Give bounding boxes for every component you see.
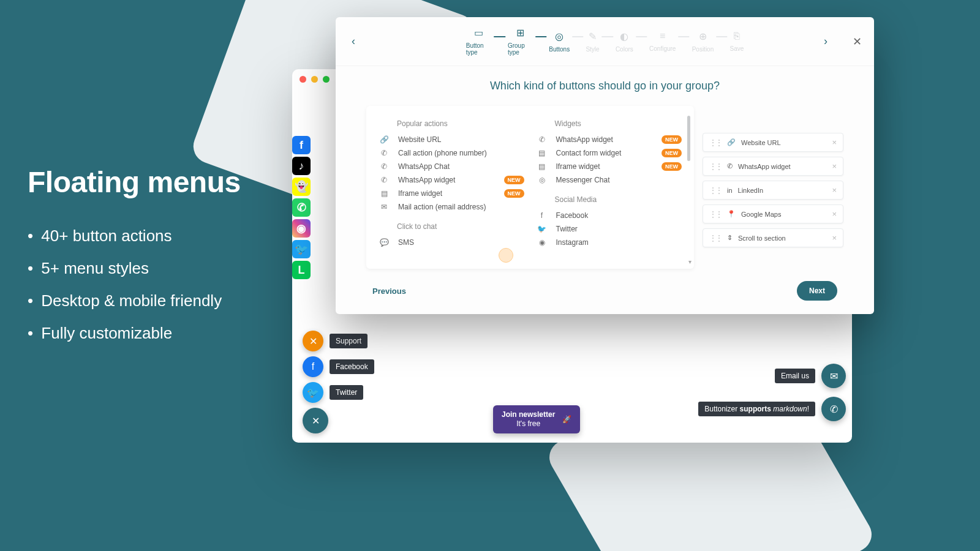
action-label: Facebook [556, 211, 589, 220]
fab-main-toggle[interactable]: ✕ [303, 408, 328, 433]
step-save[interactable]: ⎘Save [729, 31, 744, 52]
action-row[interactable]: 🔗Website URL [379, 133, 524, 146]
action-row[interactable]: fFacebook [537, 209, 682, 222]
selected-icon: 🔗 [727, 138, 736, 146]
fab-twitter[interactable]: 🐦 [303, 382, 323, 403]
actions-panel: ▾ Popular actions🔗Website URL✆Call actio… [366, 106, 694, 269]
fab-label: Facebook [330, 359, 374, 374]
action-row[interactable]: ✆WhatsApp widgetNEW [537, 133, 682, 146]
selected-label: Scroll to section [738, 234, 786, 242]
whatsapp-icon[interactable]: ✆ [292, 198, 311, 217]
step-position[interactable]: ⊕Position [692, 31, 714, 53]
action-label: Website URL [398, 135, 441, 144]
step-buttons[interactable]: ◎Buttons [549, 31, 570, 53]
action-label: WhatsApp Chat [398, 162, 450, 171]
step-button-type[interactable]: ▭Button type [466, 27, 492, 56]
action-row[interactable]: ✆WhatsApp widgetNEW [379, 173, 524, 187]
close-icon[interactable]: ✕ [853, 35, 862, 48]
selected-item[interactable]: ⋮⋮🔗Website URL× [703, 133, 843, 152]
drag-handle-icon[interactable]: ⋮⋮ [709, 162, 722, 171]
marketing-bullet: 40+ button actions [28, 227, 241, 246]
modal-question: Which kind of buttons should go in your … [336, 80, 874, 92]
action-icon: 🔗 [379, 135, 390, 144]
modal-header: ‹ ▭Button type⊞Group type◎Buttons✎Style◐… [336, 17, 874, 66]
drag-handle-icon[interactable]: ⋮⋮ [709, 138, 722, 147]
remove-icon[interactable]: × [832, 233, 837, 242]
snapchat-icon[interactable]: 👻 [292, 178, 311, 196]
wizard-steps: ▭Button type⊞Group type◎Buttons✎Style◐Co… [466, 27, 744, 56]
remove-icon[interactable]: × [832, 186, 837, 195]
previous-button[interactable]: Previous [372, 281, 406, 301]
selected-item[interactable]: ⋮⋮inLinkedIn× [703, 181, 843, 200]
action-icon: ✆ [379, 176, 390, 184]
action-icon: ✆ [537, 135, 548, 144]
line-icon[interactable]: L [292, 261, 311, 279]
section-header: Popular actions [397, 119, 524, 128]
scroll-down-icon[interactable]: ▾ [688, 258, 692, 265]
fab-support[interactable]: ✕ [303, 331, 323, 351]
action-label: Iframe widget [556, 162, 600, 171]
action-row[interactable]: ✆WhatsApp Chat [379, 160, 524, 173]
fab-facebook[interactable]: f [303, 356, 323, 377]
window-max-dot[interactable] [323, 76, 330, 83]
action-icon: ✆ [379, 149, 390, 157]
remove-icon[interactable]: × [832, 209, 837, 219]
social-icon-column: f♪👻✆◉🐦L [292, 136, 311, 279]
action-label: Twitter [556, 225, 578, 233]
step-group-type[interactable]: ⊞Group type [508, 27, 533, 56]
scrollbar-thumb[interactable] [687, 116, 690, 161]
action-label: WhatsApp widget [398, 176, 455, 184]
selected-label: Website URL [741, 139, 781, 146]
action-row[interactable]: ▤Iframe widgetNEW [537, 160, 682, 173]
instagram-icon[interactable]: ◉ [292, 219, 311, 238]
marketing-bullet: 5+ menu styles [28, 259, 241, 278]
remove-icon[interactable]: × [832, 138, 837, 147]
selected-label: WhatsApp widget [738, 163, 791, 170]
window-close-dot[interactable] [300, 76, 306, 83]
rfab-button[interactable]: ✆ [821, 397, 846, 421]
rfab-button[interactable]: ✉ [821, 364, 846, 388]
selected-item[interactable]: ⋮⋮📍Google Maps× [703, 204, 843, 223]
action-icon: ✆ [379, 162, 390, 171]
colors-icon: ◐ [620, 31, 628, 42]
new-badge: NEW [504, 176, 524, 184]
newsletter-button[interactable]: Join newsletter It's free 🚀 [493, 405, 580, 433]
step-style[interactable]: ✎Style [586, 31, 599, 53]
section-header: Click to chat [397, 222, 524, 231]
drag-handle-icon[interactable]: ⋮⋮ [709, 186, 722, 195]
rfab-label: Buttonizer supports markdown! [698, 402, 815, 416]
nav-next-arrow[interactable]: › [820, 31, 831, 51]
drag-handle-icon[interactable]: ⋮⋮ [709, 210, 722, 219]
marketing-bullet: Desktop & mobile friendly [28, 291, 241, 310]
step-configure[interactable]: ≡Configure [649, 31, 676, 52]
action-row[interactable]: ▤Iframe widgetNEW [379, 187, 524, 200]
action-row[interactable]: 💬SMS [379, 236, 524, 249]
action-label: WhatsApp widget [556, 135, 613, 144]
window-min-dot[interactable] [311, 76, 318, 83]
action-row[interactable]: 🐦Twitter [537, 222, 682, 236]
selected-panel: ⋮⋮🔗Website URL×⋮⋮✆WhatsApp widget×⋮⋮inLi… [703, 106, 843, 269]
nav-prev-arrow[interactable]: ‹ [348, 31, 359, 51]
facebook-icon[interactable]: f [292, 136, 311, 154]
action-row[interactable]: ✆Call action (phone number) [379, 146, 524, 160]
action-icon: f [537, 211, 548, 220]
action-row[interactable]: ◎Messenger Chat [537, 173, 682, 187]
action-icon: ◉ [537, 238, 548, 247]
selected-item[interactable]: ⋮⋮⇕Scroll to section× [703, 228, 843, 247]
action-row[interactable]: ✉Mail action (email address) [379, 200, 524, 214]
fab-stack: ✕SupportfFacebook🐦Twitter✕ [303, 331, 374, 433]
drag-handle-icon[interactable]: ⋮⋮ [709, 234, 722, 242]
step-colors[interactable]: ◐Colors [616, 31, 633, 53]
twitter-icon[interactable]: 🐦 [292, 240, 311, 258]
new-badge: NEW [504, 189, 524, 198]
next-button[interactable]: Next [797, 281, 837, 301]
remove-icon[interactable]: × [832, 162, 837, 171]
fab-label: Twitter [330, 385, 363, 400]
action-row[interactable]: ◉Instagram [537, 236, 682, 249]
selected-item[interactable]: ⋮⋮✆WhatsApp widget× [703, 157, 843, 176]
selected-label: Google Maps [741, 211, 781, 218]
tiktok-icon[interactable]: ♪ [292, 157, 311, 175]
action-icon: ▤ [379, 189, 390, 198]
action-row[interactable]: ▤Contact form widgetNEW [537, 146, 682, 160]
save-icon: ⎘ [734, 31, 740, 42]
